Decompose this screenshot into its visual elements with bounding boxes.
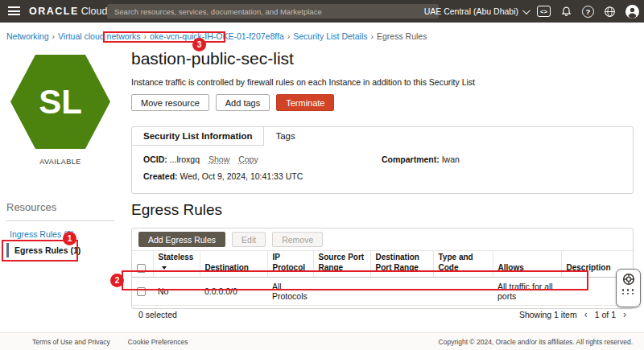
cloud-shell-icon[interactable]: <> xyxy=(537,6,551,17)
life-buoy-icon xyxy=(622,273,635,286)
compartment-value: Iwan xyxy=(442,154,460,164)
cell-destination: 0.0.0.0/0 xyxy=(200,278,267,306)
page-subtitle: Instance traffic is controlled by firewa… xyxy=(131,77,475,87)
entity-initials: SL xyxy=(39,83,82,121)
language-globe-icon[interactable] xyxy=(603,5,617,19)
created-value: Wed, Oct 9, 2024, 10:41:33 UTC xyxy=(180,171,303,181)
sidebar-item-egress-rules[interactable]: Egress Rules (1) xyxy=(6,243,80,257)
cell-destination-port-range xyxy=(370,278,433,306)
annotation-badge-2: 2 xyxy=(110,274,124,287)
column-header-allows: Allows xyxy=(493,251,561,278)
cell-type-and-code xyxy=(433,278,493,306)
selected-count: 0 selected xyxy=(138,310,177,319)
pagination-next-icon[interactable]: › xyxy=(623,309,626,320)
breadcrumb-vcns[interactable]: Virtual cloud networks xyxy=(58,31,141,41)
column-header-destination-port-range: Destination Port Range xyxy=(370,251,433,278)
status-badge: AVAILABLE xyxy=(0,158,121,166)
move-resource-button[interactable]: Move resource xyxy=(131,94,209,111)
hamburger-menu-icon[interactable] xyxy=(8,6,20,15)
table-row[interactable]: No 0.0.0.0/0 All Protocols All traffic f… xyxy=(132,278,634,306)
tab-security-list-information[interactable]: Security List Information xyxy=(132,127,264,146)
cell-ip-protocol: All Protocols xyxy=(267,278,313,306)
page-footer: Terms of Use and Privacy Cookie Preferen… xyxy=(0,332,644,350)
add-tags-button[interactable]: Add tags xyxy=(216,94,270,111)
ocid-value: ...lroxgq xyxy=(170,154,200,164)
row-checkbox[interactable] xyxy=(137,287,146,296)
top-navigation-bar: ORACLECloud UAE Central (Abu Dhabi) <> ? xyxy=(0,0,644,23)
cell-source-port-range xyxy=(313,278,370,306)
cell-allows: All traffic for all ports xyxy=(493,278,561,306)
breadcrumb-separator: › xyxy=(370,31,374,41)
breadcrumb: Networking›Virtual cloud networks›oke-vc… xyxy=(6,31,427,41)
breadcrumb-networking[interactable]: Networking xyxy=(6,31,49,41)
ocid-copy-link[interactable]: Copy xyxy=(238,154,258,164)
showing-items-label: Showing 1 item xyxy=(519,310,577,319)
chevron-down-icon xyxy=(522,6,530,14)
add-egress-rules-button[interactable]: Add Egress Rules xyxy=(138,232,225,247)
user-avatar[interactable] xyxy=(625,5,639,19)
support-widget[interactable] xyxy=(616,269,641,307)
compartment-label: Compartment: xyxy=(382,154,440,164)
oracle-cloud-logo[interactable]: ORACLECloud xyxy=(29,6,107,17)
region-label: UAE Central (Abu Dhabi) xyxy=(424,6,518,16)
breadcrumb-separator: › xyxy=(52,31,56,41)
column-header-type-and-code: Type and Code xyxy=(433,251,493,278)
security-list-info-card: Security List Information Tags OCID: ...… xyxy=(131,126,634,194)
cell-stateless: No xyxy=(153,278,200,306)
copyright-text: Copyright © 2024, Oracle and/or its affi… xyxy=(439,338,633,346)
terms-of-use-link[interactable]: Terms of Use and Privacy xyxy=(32,338,110,346)
terminate-button[interactable]: Terminate xyxy=(276,94,334,111)
ocid-show-link[interactable]: Show xyxy=(208,154,229,164)
select-all-header xyxy=(132,251,153,278)
column-header-stateless[interactable]: Stateless xyxy=(153,251,200,278)
pagination-prev-icon[interactable]: ‹ xyxy=(584,309,588,320)
pagination-label: 1 of 1 xyxy=(595,310,616,319)
table-header-row: Stateless Destination IP Protocol Source… xyxy=(132,251,634,278)
help-icon[interactable]: ? xyxy=(582,6,594,18)
egress-rules-table-card: Add Egress Rules Edit Remove Stateless D… xyxy=(131,228,634,309)
stateless-header-label: Stateless xyxy=(159,253,194,261)
ocid-label: OCID: xyxy=(143,154,167,164)
widget-dots-grid-icon xyxy=(622,289,635,294)
column-header-destination: Destination xyxy=(200,251,267,278)
remove-button[interactable]: Remove xyxy=(272,232,323,247)
breadcrumb-vcn-name[interactable]: oke-vcn-quick-IH-OKE-01-f207e8ffa xyxy=(150,31,284,41)
created-label: Created: xyxy=(143,171,178,181)
egress-rules-table: Stateless Destination IP Protocol Source… xyxy=(132,250,634,305)
edit-button[interactable]: Edit xyxy=(232,232,266,247)
breadcrumb-separator: › xyxy=(144,31,147,41)
resources-heading: Resources xyxy=(6,201,114,221)
security-list-hexagon-icon: SL xyxy=(10,55,110,149)
sidebar-item-ingress-rules[interactable]: Ingress Rules (3) xyxy=(10,229,74,239)
column-header-ip-protocol: IP Protocol xyxy=(267,251,313,278)
created-line: Created: Wed, Oct 9, 2024, 10:41:33 UTC xyxy=(143,171,621,181)
breadcrumb-security-list-details[interactable]: Security List Details xyxy=(293,31,367,41)
column-header-source-port-range: Source Port Range xyxy=(313,251,370,278)
sort-descending-icon xyxy=(162,266,167,270)
row-select-cell xyxy=(132,278,153,306)
egress-rules-heading: Egress Rules xyxy=(131,201,222,219)
search-input[interactable] xyxy=(107,4,439,19)
brand-oracle: ORACLE xyxy=(29,6,79,17)
tab-tags[interactable]: Tags xyxy=(264,127,306,146)
brand-cloud: Cloud xyxy=(81,6,108,17)
notifications-bell-icon[interactable] xyxy=(559,5,573,19)
page-title: bastion-public-sec-list xyxy=(131,49,294,68)
breadcrumb-separator: › xyxy=(287,31,291,41)
select-all-checkbox[interactable] xyxy=(137,264,146,273)
compartment-line: Compartment: Iwan xyxy=(382,154,460,164)
region-selector[interactable]: UAE Central (Abu Dhabi) xyxy=(424,6,528,16)
cookie-preferences-link[interactable]: Cookie Preferences xyxy=(128,338,188,346)
breadcrumb-egress-rules: Egress Rules xyxy=(377,31,427,41)
